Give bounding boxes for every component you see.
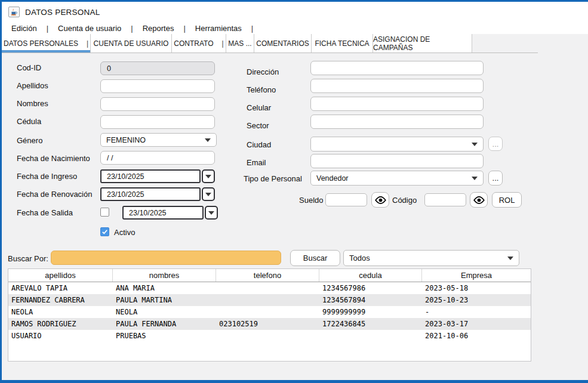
tab-contrato[interactable]: CONTRATO | <box>172 34 226 52</box>
cell-cedula: 9999999999 <box>319 306 422 318</box>
fecha-renovacion-picker <box>100 187 215 201</box>
column-header-empresa[interactable]: Empresa <box>422 269 531 282</box>
menu-bar: Edición | Cuenta de usuario | Reportes |… <box>2 22 588 34</box>
fecha-nacimiento-field[interactable] <box>100 151 215 165</box>
cell-cedula <box>319 330 422 342</box>
ciudad-select[interactable] <box>310 137 484 152</box>
fecha-ingreso-dropdown-button[interactable] <box>202 169 215 183</box>
fecha-salida-checkbox[interactable] <box>100 208 109 217</box>
menu-separator: | <box>41 24 54 33</box>
table-row[interactable]: AREVALO TAPIA ANA MARIA 1234567986 2023-… <box>8 282 531 294</box>
nombres-field[interactable] <box>100 97 215 111</box>
table-header-row: apellidos nombres telefono cedula Empres… <box>8 269 531 282</box>
cell-apellidos: AREVALO TAPIA <box>8 282 113 294</box>
tab-label: FICHA TECNICA <box>315 39 369 48</box>
column-header-nombres[interactable]: nombres <box>113 269 216 282</box>
tab-comentarios[interactable]: COMENTARIOS <box>254 34 312 52</box>
menu-cuenta-de-usuario[interactable]: Cuenta de usuario <box>54 24 125 33</box>
table-row[interactable]: USUARIO PRUEBAS 2021-10-06 <box>8 330 531 342</box>
cell-empresa: 2023-03-17 <box>422 318 531 330</box>
sueldo-label: Sueldo <box>299 196 323 205</box>
genero-select[interactable]: FEMENINO <box>100 133 217 147</box>
column-header-cedula[interactable]: cedula <box>319 269 422 282</box>
direccion-field[interactable] <box>310 61 484 75</box>
celular-field[interactable] <box>310 97 484 111</box>
tab-asignacion-de-campanas[interactable]: ASIGNACION DE CAMPAÑAS <box>373 34 472 52</box>
cell-telefono: 023102519 <box>216 318 319 330</box>
telefono-field[interactable] <box>310 79 484 93</box>
sueldo-show-button[interactable] <box>371 192 389 208</box>
activo-label: Activo <box>114 228 135 237</box>
table-row[interactable]: FERNANDEZ CABRERA PAULA MARTINA 12345678… <box>8 294 531 306</box>
nombres-label: Nombres <box>17 99 48 108</box>
fecha-salida-field[interactable] <box>122 206 204 220</box>
buscar-button[interactable]: Buscar <box>290 250 340 266</box>
table-row[interactable]: RAMOS RODRIGUEZ PAULA FERNANDA 023102519… <box>8 318 531 330</box>
column-header-telefono[interactable]: telefono <box>216 269 319 282</box>
fecha-ingreso-field[interactable] <box>100 169 201 183</box>
results-table: apellidos nombres telefono cedula Empres… <box>8 268 531 362</box>
ciudad-more-button[interactable]: ... <box>488 137 503 151</box>
tab-pipe: | <box>222 39 224 48</box>
chevron-down-icon <box>205 138 211 142</box>
email-label: Email <box>247 158 266 167</box>
chevron-down-icon <box>205 193 211 196</box>
chevron-down-icon <box>208 211 214 215</box>
chevron-down-icon <box>472 177 478 180</box>
tab-label: DATOS PERSONALES <box>4 39 78 48</box>
codigo-field[interactable] <box>424 193 466 206</box>
sector-field[interactable] <box>310 115 484 129</box>
cell-telefono <box>216 330 319 342</box>
codigo-show-button[interactable] <box>470 192 488 208</box>
activo-checkbox[interactable] <box>100 227 109 236</box>
tipo-personal-label: Tipo de Personal <box>244 174 302 183</box>
eye-icon <box>375 196 386 205</box>
search-filter-select[interactable]: Todos <box>343 250 519 266</box>
cell-nombres: PAULA MARTINA <box>113 294 216 306</box>
eye-icon <box>473 196 485 205</box>
cell-apellidos: RAMOS RODRIGUEZ <box>8 318 113 330</box>
cell-empresa: 2025-10-23 <box>422 294 531 306</box>
sueldo-field[interactable] <box>325 193 367 206</box>
fecha-salida-dropdown-button[interactable] <box>205 206 218 220</box>
fecha-renovacion-field[interactable] <box>100 187 201 201</box>
cell-empresa: - <box>422 306 531 318</box>
telefono-label: Teléfono <box>247 85 276 94</box>
tab-label: COMENTARIOS <box>256 39 309 48</box>
datos-personal-window: DATOS PERSONAL Edición | Cuenta de usuar… <box>0 0 588 383</box>
tab-datos-personales[interactable]: DATOS PERSONALES | <box>2 34 91 52</box>
cod-id-field <box>100 61 215 75</box>
menu-separator: | <box>125 24 138 33</box>
check-icon <box>101 228 108 235</box>
cell-cedula: 1234567894 <box>319 294 422 306</box>
cell-empresa: 2021-10-06 <box>422 330 531 342</box>
cell-telefono <box>216 282 319 294</box>
fecha-renovacion-dropdown-button[interactable] <box>202 187 215 201</box>
menu-reportes[interactable]: Reportes <box>139 24 178 33</box>
title-bar: DATOS PERSONAL <box>2 2 588 22</box>
cell-apellidos: FERNANDEZ CABRERA <box>8 294 113 306</box>
sector-label: Sector <box>247 121 269 130</box>
menu-edicion[interactable]: Edición <box>8 24 41 33</box>
tipo-personal-select[interactable]: Vendedor <box>310 171 484 186</box>
menu-herramientas[interactable]: Herramientas <box>192 24 245 33</box>
search-input[interactable] <box>51 251 281 265</box>
cell-empresa: 2023-05-18 <box>422 282 531 294</box>
rol-button[interactable]: ROL <box>492 192 522 208</box>
tipo-personal-more-button[interactable]: ... <box>488 171 503 186</box>
tab-cuenta-de-usuario[interactable]: CUENTA DE USUARIO <box>91 34 172 52</box>
fecha-renovacion-label: Fecha de Renovación <box>17 190 92 199</box>
apellidos-label: Apellidos <box>17 81 48 90</box>
apellidos-field[interactable] <box>100 79 215 93</box>
cell-cedula: 1722436845 <box>319 318 422 330</box>
tab-label: ASIGNACION DE CAMPAÑAS <box>373 35 472 52</box>
table-row[interactable]: NEOLA NEOLA 9999999999 - <box>8 306 531 318</box>
fecha-ingreso-label: Fecha de Ingreso <box>17 172 77 181</box>
email-field[interactable] <box>310 154 484 168</box>
tab-mas[interactable]: MAS ... <box>226 34 254 52</box>
cedula-field[interactable] <box>100 115 215 129</box>
cell-nombres: ANA MARIA <box>113 282 216 294</box>
tab-ficha-tecnica[interactable]: FICHA TECNICA <box>312 34 373 52</box>
column-header-apellidos[interactable]: apellidos <box>8 269 113 282</box>
search-filter-value: Todos <box>349 254 507 262</box>
